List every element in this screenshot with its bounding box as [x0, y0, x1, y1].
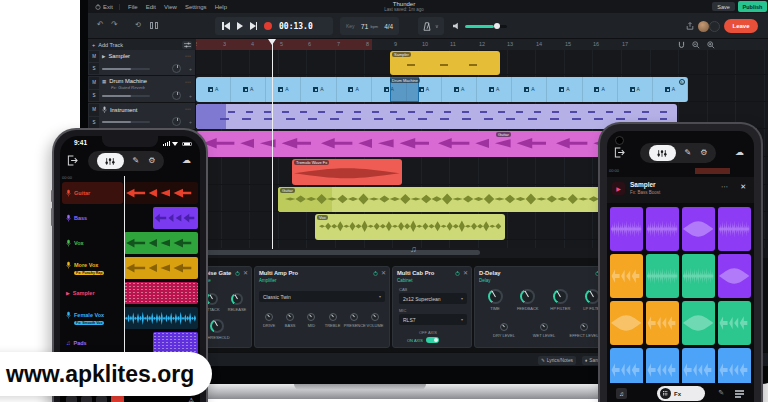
track-volume-slider[interactable]	[102, 121, 150, 123]
avatar[interactable]	[698, 21, 709, 32]
volume-knob[interactable]	[371, 313, 379, 321]
drum-pattern-cell[interactable]: A	[301, 77, 336, 102]
record-tile[interactable]	[111, 395, 124, 402]
effect-multi-amp-pro[interactable]: Multi Amp Pro ✕ Amplifier Classic Twin▾ …	[254, 266, 390, 348]
loop-tile[interactable]	[96, 396, 107, 402]
metronome-cluster[interactable]: ∨	[418, 17, 444, 35]
drum-pattern-cell[interactable]: A	[196, 77, 231, 102]
track-header-instrument[interactable]: MS Instrument ⋯ +	[88, 103, 195, 129]
publish-button[interactable]: Publish	[738, 1, 767, 12]
track-menu-button[interactable]: ⋯	[185, 52, 191, 59]
cloud-sync-icon[interactable]: ☁	[182, 156, 191, 165]
automation-plus[interactable]: +	[189, 93, 192, 99]
bass-knob[interactable]	[286, 313, 294, 321]
track-row-vox[interactable]: Vox	[62, 232, 198, 254]
tempo-cluster[interactable]: Key 71 bpm 4/4	[340, 17, 399, 35]
track-row-bass[interactable]: Bass	[62, 207, 198, 229]
sampler-pad[interactable]	[718, 254, 751, 298]
sampler-pad[interactable]	[718, 207, 751, 251]
menu-view[interactable]: View	[164, 4, 177, 10]
share-icon[interactable]	[686, 22, 694, 30]
menu-file[interactable]: File	[128, 4, 138, 10]
sampler-pad[interactable]	[682, 207, 715, 251]
amp-preset-select[interactable]: Classic Twin▾	[259, 291, 385, 302]
drum-pattern-cell[interactable]: A	[231, 77, 266, 102]
audio-clip[interactable]	[124, 232, 198, 254]
effect-level-knob[interactable]	[580, 323, 588, 331]
zoom-in-icon[interactable]	[707, 41, 715, 49]
power-icon[interactable]	[455, 271, 460, 276]
cloud-sync-icon[interactable]: ☁	[735, 148, 744, 157]
mixer-sliders-icon[interactable]	[182, 41, 192, 49]
sampler-play-icon[interactable]: ▶	[612, 182, 625, 195]
cab-select[interactable]: 2x12 Superclean▾	[399, 293, 467, 304]
audio-clip[interactable]	[124, 257, 198, 279]
power-icon[interactable]	[373, 271, 378, 276]
queue-list-icon[interactable]	[735, 390, 744, 398]
skip-forward-button[interactable]	[250, 22, 258, 30]
drum-pattern-cell[interactable]: A	[442, 77, 477, 102]
horizontal-scrollbar[interactable]	[196, 250, 480, 255]
loop-tile[interactable]	[81, 396, 92, 402]
track-row-female-vox[interactable]: Female Vox Fx: Smooth Vox	[62, 307, 198, 329]
record-button[interactable]	[264, 22, 272, 30]
volume-slider[interactable]	[465, 25, 507, 28]
time-knob[interactable]	[488, 289, 503, 304]
menu-exit[interactable]: Exit	[95, 4, 120, 10]
automation-plus[interactable]: +	[189, 119, 192, 125]
effect-d-delay[interactable]: D-Delay ✕ Delay TIME FEEDBACK HP FILTER …	[474, 266, 612, 348]
mixer-mode-button[interactable]	[649, 145, 676, 161]
menu-help[interactable]: Help	[215, 4, 227, 10]
feedback-knob[interactable]	[520, 289, 535, 304]
release-knob[interactable]	[231, 293, 243, 305]
close-icon[interactable]: ✕	[740, 183, 746, 191]
clip-instrument-midi[interactable]	[196, 104, 677, 129]
lyrics-notes-button[interactable]: ✎ Lyrics/Notes	[538, 356, 576, 365]
solo-button[interactable]: S	[89, 63, 99, 74]
loop-tile[interactable]	[66, 396, 77, 402]
clip-tremolo[interactable]: Tremolo Wave Fx	[292, 159, 402, 185]
exit-session-icon[interactable]	[614, 147, 625, 158]
pads-fx-switcher[interactable]: Fx	[657, 386, 705, 401]
snap-magnet-icon[interactable]	[678, 41, 685, 49]
mid-knob[interactable]	[307, 313, 315, 321]
mic-select[interactable]: RLS7▾	[399, 314, 467, 325]
redo-button[interactable]: ↷	[111, 21, 118, 29]
mixer-mode-button[interactable]	[97, 153, 124, 169]
drum-pattern-cell[interactable]: A	[337, 77, 372, 102]
clip-vox[interactable]: Vox	[315, 214, 505, 240]
zoom-out-icon[interactable]	[692, 41, 700, 49]
edit-pen-icon[interactable]: ✎	[718, 389, 724, 397]
sampler-pad[interactable]	[718, 301, 751, 345]
dry-level-knob[interactable]	[500, 323, 508, 331]
settings-mode-button[interactable]: ⚙	[148, 157, 155, 165]
drum-pattern-cell[interactable]: A	[618, 77, 653, 102]
menu-settings[interactable]: Settings	[185, 4, 207, 10]
track-volume-slider[interactable]	[102, 95, 150, 97]
sampler-pad[interactable]	[646, 207, 679, 251]
power-icon[interactable]	[235, 271, 240, 276]
track-row-guitar[interactable]: Guitar	[62, 182, 198, 204]
loops-icon[interactable]: ♫	[616, 388, 627, 399]
columns-icon[interactable]	[150, 22, 158, 29]
save-button[interactable]: Save	[712, 2, 735, 11]
clip-guitar-take[interactable]: Guitar	[278, 187, 605, 212]
drum-pattern-cell[interactable]: A	[477, 77, 512, 102]
loop-badge-icon[interactable]: ↻	[679, 79, 685, 85]
audio-clip[interactable]	[124, 182, 198, 204]
close-icon[interactable]: ✕	[381, 270, 386, 276]
automation-plus[interactable]: +	[189, 66, 192, 72]
solo-button[interactable]: S	[89, 117, 99, 129]
close-icon[interactable]: ✕	[243, 270, 248, 276]
track-row-more-vox[interactable]: More Vox Fx: Punchy Rap	[62, 257, 198, 279]
wet-level-knob[interactable]	[540, 323, 548, 331]
audio-clip[interactable]	[124, 307, 198, 329]
loop-icon[interactable]: ⟲	[135, 21, 141, 28]
treble-knob[interactable]	[329, 313, 337, 321]
drum-pattern-cell[interactable]: A	[547, 77, 582, 102]
track-pan-knob[interactable]	[172, 117, 181, 126]
solo-button[interactable]: S	[89, 90, 99, 102]
track-row-pads[interactable]: ♫ Pads	[62, 332, 198, 354]
track-volume-slider[interactable]	[102, 68, 150, 70]
pattern-clip[interactable]	[124, 282, 198, 304]
